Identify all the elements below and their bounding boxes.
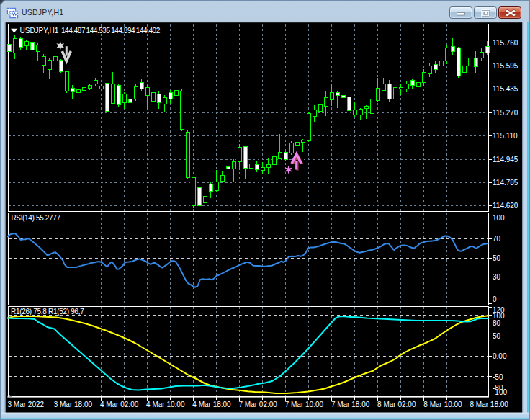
svg-text:144.394: 144.394 — [111, 27, 135, 35]
svg-text:114.945: 114.945 — [493, 156, 518, 164]
svg-text:4 Mar 02:00: 4 Mar 02:00 — [100, 401, 139, 408]
svg-text:144.487: 144.487 — [61, 27, 86, 35]
svg-text:50: 50 — [493, 332, 501, 340]
svg-text:115.595: 115.595 — [493, 62, 518, 70]
svg-text:8 Mar 10:00: 8 Mar 10:00 — [423, 401, 462, 408]
svg-text:100: 100 — [493, 214, 505, 222]
svg-text:115.110: 115.110 — [493, 132, 518, 140]
svg-text:7 Mar 02:00: 7 Mar 02:00 — [239, 401, 278, 408]
svg-text:7 Mar 10:00: 7 Mar 10:00 — [285, 401, 324, 408]
svg-text:115.435: 115.435 — [493, 85, 518, 93]
svg-text:30: 30 — [493, 273, 501, 281]
svg-text:4 Mar 10:00: 4 Mar 10:00 — [146, 401, 185, 408]
svg-text:0: 0 — [493, 295, 497, 303]
svg-text:3 Mar 2022: 3 Mar 2022 — [8, 401, 45, 408]
svg-text:0.00: 0.00 — [493, 352, 507, 360]
svg-text:114.620: 114.620 — [493, 202, 518, 210]
svg-text:8 Mar 02:00: 8 Mar 02:00 — [377, 401, 416, 408]
svg-text:144.535: 144.535 — [86, 27, 111, 35]
svg-text:-50: -50 — [493, 373, 503, 381]
svg-text:8 Mar 18:00: 8 Mar 18:00 — [470, 401, 509, 408]
svg-text:USDJPY,H1: USDJPY,H1 — [20, 27, 59, 35]
svg-text:4 Mar 18:00: 4 Mar 18:00 — [192, 401, 231, 408]
svg-text:USDJPY,H1: USDJPY,H1 — [22, 8, 63, 17]
svg-text:115.760: 115.760 — [493, 39, 518, 47]
svg-text:144.402: 144.402 — [136, 27, 161, 35]
svg-text:114.785: 114.785 — [493, 179, 518, 187]
svg-text:70: 70 — [493, 235, 501, 243]
svg-text:-100: -100 — [493, 388, 507, 396]
svg-text:7 Mar 18:00: 7 Mar 18:00 — [331, 401, 370, 408]
svg-text:RSI(14) 55.2777: RSI(14) 55.2777 — [12, 214, 61, 222]
svg-text:3 Mar 18:00: 3 Mar 18:00 — [54, 401, 93, 408]
svg-text:50: 50 — [493, 254, 501, 262]
svg-text:115.270: 115.270 — [493, 109, 518, 117]
svg-text:R1(26) 75,8 R1(52) 96,7: R1(26) 75,8 R1(52) 96,7 — [11, 308, 84, 316]
svg-text:80: 80 — [493, 319, 501, 327]
